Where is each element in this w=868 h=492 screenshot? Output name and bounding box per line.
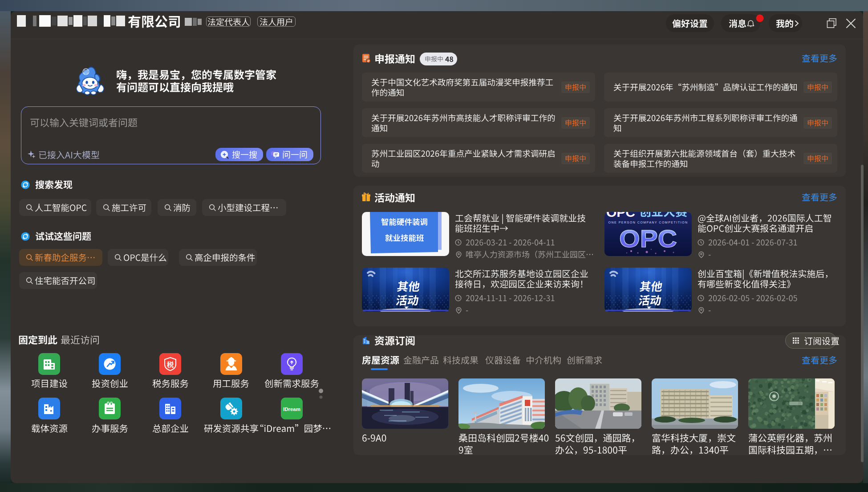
svg-text:OPC: OPC <box>619 225 677 252</box>
svg-text:ONE PERSON COMPANY COMPETITION: ONE PERSON COMPANY COMPETITION <box>608 221 688 224</box>
svg-text:IDream: IDream <box>283 407 300 412</box>
svg-text:OPC: OPC <box>606 212 635 220</box>
